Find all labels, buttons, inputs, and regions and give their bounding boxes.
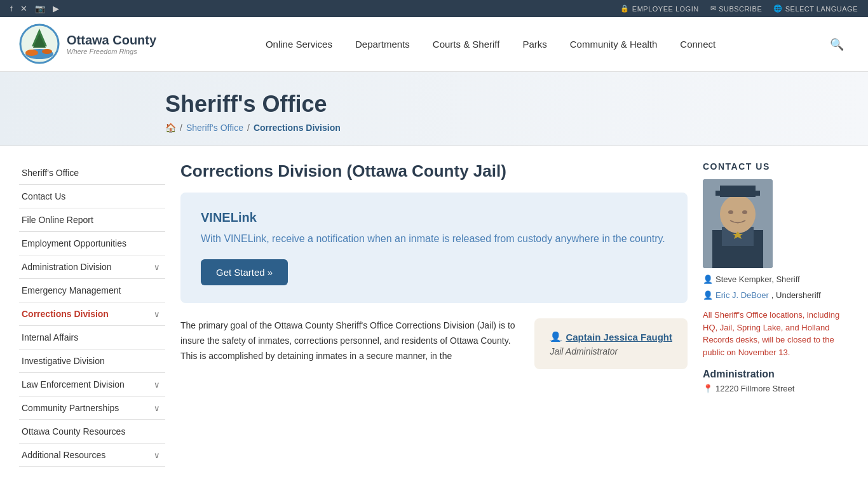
language-link[interactable]: 🌐 SELECT LANGUAGE bbox=[773, 4, 858, 13]
nav-courts-sheriff[interactable]: Courts & Sheriff bbox=[421, 32, 512, 56]
email-icon: ✉ bbox=[710, 4, 717, 13]
location-icon: 📍 bbox=[703, 384, 713, 393]
sidebar-item-employment: Employment Opportunities bbox=[19, 232, 165, 255]
page-title: Sheriff's Office bbox=[165, 91, 703, 118]
social-links: f ✕ 📷 ▶ bbox=[10, 4, 59, 13]
lock-icon: 🔒 bbox=[620, 4, 630, 13]
desc-captain-row: The primary goal of the Ottawa County Sh… bbox=[180, 318, 688, 369]
sidebar-item-community-partnerships: Community Partnerships ∨ bbox=[19, 396, 165, 420]
logo-link[interactable]: Ottawa County Where Freedom Rings bbox=[19, 24, 156, 65]
nav-connect[interactable]: Connect bbox=[668, 32, 727, 56]
admin-title: Administration bbox=[703, 369, 849, 380]
sidebar-link-additional-resources[interactable]: Additional Resources bbox=[19, 444, 149, 466]
sidebar-link-file-online-report[interactable]: File Online Report bbox=[19, 208, 165, 231]
breadcrumb: 🏠 / Sheriff's Office / Corrections Divis… bbox=[165, 123, 703, 133]
svg-point-14 bbox=[742, 210, 747, 214]
chevron-administration[interactable]: ∨ bbox=[149, 257, 165, 277]
sidebar-link-corrections[interactable]: Corrections Division bbox=[19, 302, 149, 325]
header: Ottawa County Where Freedom Rings Online… bbox=[0, 17, 868, 72]
sidebar-item-investigative: Investigative Division bbox=[19, 349, 165, 373]
undersheriff-name: 👤 Eric J. DeBoer , Undersheriff bbox=[703, 290, 849, 300]
logo-text: Ottawa County Where Freedom Rings bbox=[67, 33, 156, 55]
employee-login-link[interactable]: 🔒 EMPLOYEE LOGIN bbox=[620, 4, 698, 13]
sidebar: Sheriff's Office Contact Us File Online … bbox=[19, 161, 165, 467]
main-nav: Online Services Departments Courts & She… bbox=[156, 32, 825, 56]
instagram-icon[interactable]: 📷 bbox=[35, 4, 45, 13]
sidebar-link-contact-us[interactable]: Contact Us bbox=[19, 185, 165, 208]
chevron-community-partnerships[interactable]: ∨ bbox=[149, 398, 165, 418]
breadcrumb-separator-2: / bbox=[247, 123, 250, 133]
nav-parks[interactable]: Parks bbox=[511, 32, 558, 56]
description-text: The primary goal of the Ottawa County Sh… bbox=[180, 318, 522, 363]
sidebar-item-internal-affairs: Internal Affairs bbox=[19, 326, 165, 349]
globe-icon: 🌐 bbox=[773, 4, 783, 13]
breadcrumb-corrections[interactable]: Corrections Division bbox=[254, 123, 341, 133]
sidebar-link-investigative[interactable]: Investigative Division bbox=[19, 349, 165, 372]
breadcrumb-separator-1: / bbox=[180, 123, 182, 133]
captain-title: Jail Administrator bbox=[550, 346, 672, 356]
chevron-law-enforcement[interactable]: ∨ bbox=[149, 375, 165, 395]
twitter-icon[interactable]: ✕ bbox=[20, 4, 27, 13]
sidebar-link-sheriffs-office[interactable]: Sheriff's Office bbox=[19, 161, 165, 184]
content-title: Corrections Division (Ottawa County Jail… bbox=[180, 161, 688, 181]
svg-point-5 bbox=[25, 50, 38, 56]
sidebar-item-administration: Administration Division ∨ bbox=[19, 255, 165, 279]
sidebar-item-corrections: Corrections Division ∨ bbox=[19, 302, 165, 326]
sidebar-link-ottawa-resources[interactable]: Ottawa County Resources bbox=[19, 420, 165, 443]
captain-card: 👤 Captain Jessica Faught Jail Administra… bbox=[534, 318, 688, 369]
sidebar-link-internal-affairs[interactable]: Internal Affairs bbox=[19, 326, 165, 349]
sidebar-item-ottawa-resources: Ottawa County Resources bbox=[19, 420, 165, 444]
contact-sidebar: CONTACT US � bbox=[703, 161, 849, 467]
home-icon: 🏠 bbox=[165, 123, 176, 133]
sidebar-item-law-enforcement: Law Enforcement Division ∨ bbox=[19, 373, 165, 396]
facebook-icon[interactable]: f bbox=[10, 4, 13, 13]
youtube-icon[interactable]: ▶ bbox=[53, 4, 59, 13]
main-layout: Sheriff's Office Contact Us File Online … bbox=[0, 146, 868, 482]
svg-rect-12 bbox=[720, 186, 756, 197]
contact-title: CONTACT US bbox=[703, 161, 849, 172]
nav-departments[interactable]: Departments bbox=[344, 32, 421, 56]
get-started-button[interactable]: Get Started » bbox=[201, 259, 288, 285]
logo-image bbox=[19, 24, 60, 65]
alert-text: All Sheriff's Office locations, includin… bbox=[703, 309, 849, 358]
captain-name-link[interactable]: 👤 Captain Jessica Faught bbox=[550, 331, 672, 342]
person-icon-sheriff: 👤 bbox=[703, 274, 713, 284]
chevron-corrections[interactable]: ∨ bbox=[149, 304, 165, 324]
sheriff-photo bbox=[703, 179, 773, 268]
search-button[interactable]: 🔍 bbox=[825, 32, 849, 57]
svg-point-6 bbox=[42, 49, 52, 54]
subscribe-link[interactable]: ✉ SUBSCRIBE bbox=[710, 4, 763, 13]
nav-community-health[interactable]: Community & Health bbox=[559, 32, 669, 56]
top-bar: f ✕ 📷 ▶ 🔒 EMPLOYEE LOGIN ✉ SUBSCRIBE 🌐 S… bbox=[0, 0, 868, 17]
sidebar-item-sheriffs-office: Sheriff's Office bbox=[19, 161, 165, 185]
chevron-additional-resources[interactable]: ∨ bbox=[149, 445, 165, 465]
sidebar-link-administration[interactable]: Administration Division bbox=[19, 255, 149, 278]
page-hero: Sheriff's Office 🏠 / Sheriff's Office / … bbox=[0, 72, 868, 146]
vinelink-description: With VINELink, receive a notification wh… bbox=[201, 231, 667, 247]
sidebar-link-emergency[interactable]: Emergency Management bbox=[19, 279, 165, 302]
sidebar-item-emergency: Emergency Management bbox=[19, 279, 165, 302]
vinelink-card: VINELink With VINELink, receive a notifi… bbox=[180, 193, 688, 303]
sidebar-link-employment[interactable]: Employment Opportunities bbox=[19, 232, 165, 255]
sidebar-item-file-online-report: File Online Report bbox=[19, 208, 165, 232]
sidebar-item-additional-resources: Additional Resources ∨ bbox=[19, 444, 165, 467]
person-icon-undersheriff: 👤 bbox=[703, 290, 713, 300]
undersheriff-link[interactable]: Eric J. DeBoer bbox=[715, 290, 769, 300]
main-content: Corrections Division (Ottawa County Jail… bbox=[180, 161, 688, 467]
admin-address: 📍 12220 Fillmore Street bbox=[703, 384, 849, 393]
person-icon: 👤 bbox=[550, 331, 562, 342]
top-bar-right: 🔒 EMPLOYEE LOGIN ✉ SUBSCRIBE 🌐 SELECT LA… bbox=[620, 4, 858, 13]
breadcrumb-sheriffs-office[interactable]: Sheriff's Office bbox=[186, 123, 243, 133]
svg-point-10 bbox=[720, 195, 756, 233]
sidebar-item-contact-us: Contact Us bbox=[19, 185, 165, 208]
vinelink-title: VINELink bbox=[201, 210, 667, 225]
svg-point-13 bbox=[728, 210, 733, 214]
breadcrumb-home[interactable]: 🏠 bbox=[165, 123, 176, 133]
sidebar-link-community-partnerships[interactable]: Community Partnerships bbox=[19, 396, 149, 419]
nav-online-services[interactable]: Online Services bbox=[254, 32, 344, 56]
sidebar-link-law-enforcement[interactable]: Law Enforcement Division bbox=[19, 373, 149, 396]
sheriff-name: 👤 Steve Kempker, Sheriff bbox=[703, 274, 849, 284]
